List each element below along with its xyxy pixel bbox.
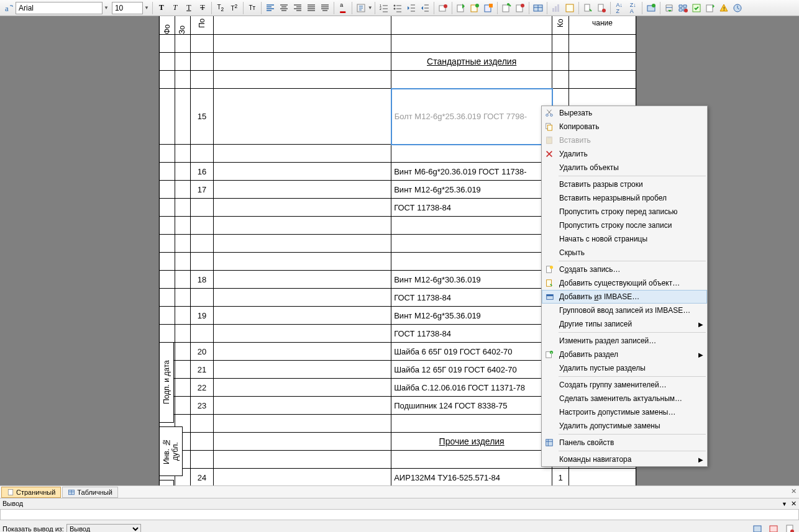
font-family-select[interactable]	[16, 2, 103, 14]
warning-icon[interactable]: !	[717, 1, 731, 15]
underline-button[interactable]: T	[182, 1, 196, 15]
ctx-skip-before[interactable]: Пропустить строку перед записью	[542, 205, 707, 219]
ctx-insert-linebreak[interactable]: Вставить разрыв строки	[542, 178, 707, 191]
ctx-properties[interactable]: Панель свойств	[542, 436, 707, 449]
bold-button[interactable]: T	[155, 1, 168, 15]
svg-rect-46	[546, 440, 553, 446]
svg-rect-35	[547, 125, 552, 130]
editing-cell[interactable]: Болт М12-6g*25.36.019 ГОСТ 7798-	[391, 89, 552, 145]
tool-e2-button[interactable]	[595, 1, 608, 15]
close-output-icon[interactable]: ✕	[791, 500, 797, 508]
svg-point-16	[521, 4, 524, 7]
ctx-skip-after[interactable]: Пропустить строку после записи	[542, 219, 707, 232]
svg-rect-40	[547, 280, 552, 287]
ctx-delete-empty[interactable]: Удалить пустые разделы	[542, 361, 707, 375]
tool-b1-button[interactable]	[454, 1, 468, 15]
svg-rect-49	[754, 526, 761, 532]
ctx-change-section[interactable]: Изменить раздел записей…	[542, 334, 707, 348]
col-header: По	[190, 16, 214, 35]
ctx-cut[interactable]: Вырезать	[542, 106, 707, 120]
ctx-create-subst-group[interactable]: Создать группу заменителей…	[542, 378, 707, 392]
ctx-add-section[interactable]: +Добавить раздел▶	[542, 348, 707, 361]
tool-g2-button[interactable]	[676, 1, 690, 15]
insert-special-button[interactable]	[354, 1, 368, 15]
output-source-select[interactable]: Вывод	[66, 524, 141, 532]
align-center-button[interactable]	[277, 1, 291, 15]
bullet-list-button[interactable]	[391, 1, 404, 15]
superscript-button[interactable]: T2	[227, 1, 241, 15]
chart-button[interactable]	[549, 1, 563, 15]
svg-point-26	[652, 4, 655, 7]
font-size-select[interactable]	[112, 2, 143, 14]
tool-c1-button[interactable]	[500, 1, 513, 15]
align-justify-button[interactable]	[304, 1, 318, 15]
ctx-delete-subst[interactable]: Удалить допустимые замены	[542, 419, 707, 433]
tool-g4-button[interactable]	[703, 1, 717, 15]
ctx-delete-objects[interactable]: Удалить объекты	[542, 161, 707, 174]
svg-rect-20	[557, 4, 559, 12]
ctx-new-page[interactable]: Начать с новой страницы	[542, 232, 707, 246]
ctx-copy[interactable]: Копировать	[542, 120, 707, 133]
numbered-list-button[interactable]: 12	[377, 1, 391, 15]
col-header	[391, 16, 552, 35]
tool-g3-button[interactable]	[690, 1, 703, 15]
col-header: чание	[569, 16, 636, 35]
close-tabs-icon[interactable]: ✕	[791, 487, 797, 495]
tab-table-mode[interactable]: Табличный	[62, 487, 118, 498]
font-icon[interactable]: a	[2, 1, 16, 15]
case-button[interactable]: Tт	[245, 1, 259, 15]
tool-b3-button[interactable]	[482, 1, 495, 15]
output-tool-1[interactable]	[751, 522, 764, 532]
ctx-insert-nbsp[interactable]: Вставить неразрывный пробел	[542, 191, 707, 205]
ctx-hide[interactable]: Скрыть	[542, 246, 707, 259]
svg-point-33	[550, 114, 553, 117]
tool-a-button[interactable]	[436, 1, 450, 15]
indent-button[interactable]	[418, 1, 432, 15]
svg-rect-47	[8, 489, 13, 495]
italic-button[interactable]: T	[168, 1, 182, 15]
tool-h-button[interactable]	[731, 1, 744, 15]
ctx-other-types[interactable]: Другие типы записей▶	[542, 317, 707, 331]
output-tool-2[interactable]	[767, 522, 780, 532]
tool-b2-button[interactable]	[468, 1, 482, 15]
svg-point-14	[507, 3, 509, 6]
tool-c2-button[interactable]	[513, 1, 527, 15]
svg-point-39	[550, 266, 553, 269]
subscript-button[interactable]: T2	[214, 1, 227, 15]
side-label: №	[160, 480, 174, 485]
tool-g1-button[interactable]	[662, 1, 676, 15]
dropdown-icon[interactable]: ▼	[782, 501, 787, 507]
delete-icon	[544, 149, 554, 159]
sort-asc-button[interactable]: A↓Z	[613, 1, 626, 15]
ctx-group-imbase[interactable]: Групповой ввод записей из IMBASE…	[542, 304, 707, 317]
tab-page-mode[interactable]: Страничный	[1, 487, 61, 498]
ctx-make-subst-actual[interactable]: Сделать заменитель актуальным…	[542, 392, 707, 405]
svg-point-24	[602, 9, 606, 12]
imbase-icon	[545, 292, 555, 302]
tool-f1-button[interactable]	[644, 1, 658, 15]
sort-desc-button[interactable]: Z↓A	[626, 1, 640, 15]
ctx-config-subst[interactable]: Настроить допустимые замены…	[542, 405, 707, 419]
align-distribute-button[interactable]	[318, 1, 332, 15]
strike-button[interactable]: T	[196, 1, 209, 15]
align-right-button[interactable]	[291, 1, 304, 15]
svg-rect-19	[555, 6, 557, 12]
outdent-button[interactable]	[404, 1, 418, 15]
align-left-button[interactable]	[263, 1, 277, 15]
output-tool-3[interactable]	[783, 522, 797, 532]
submenu-arrow-icon: ▶	[698, 321, 703, 328]
svg-rect-50	[770, 526, 777, 532]
ctx-delete[interactable]: Удалить	[542, 147, 707, 161]
section-header: Прочие изделия	[391, 433, 552, 451]
cut-icon	[544, 108, 554, 118]
svg-rect-12	[489, 4, 493, 7]
ctx-add-existing[interactable]: Добавить существующий объект…	[542, 276, 707, 290]
ctx-navigator[interactable]: Команды навигатора▶	[542, 453, 707, 466]
col-header: Ко	[552, 16, 569, 35]
table-button[interactable]	[531, 1, 545, 15]
tool-e1-button[interactable]	[581, 1, 595, 15]
ctx-add-imbase[interactable]: Добавить из IMBASE…	[542, 290, 707, 304]
ctx-create-record[interactable]: Создать запись…	[542, 263, 707, 276]
font-color-button[interactable]: a▬	[336, 1, 350, 15]
tool-d-button[interactable]	[563, 1, 577, 15]
